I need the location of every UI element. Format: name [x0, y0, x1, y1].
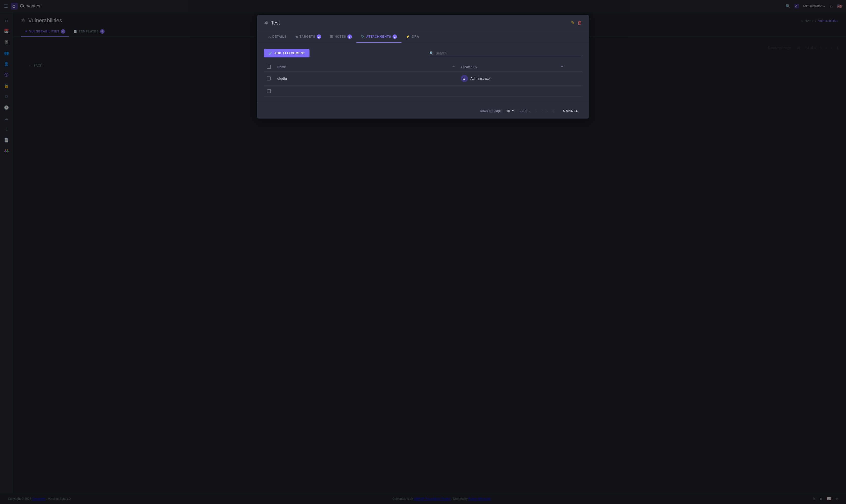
notes-tab-label: NOTES — [334, 35, 346, 38]
attachments-tab-badge: 1 — [393, 34, 397, 39]
details-tab-icon: △ — [269, 35, 271, 38]
row-empty-content — [274, 86, 582, 97]
attachments-tab-label: ATTACHMENTS — [366, 35, 391, 38]
modal-tab-notes[interactable]: ☰ NOTES 1 — [326, 31, 356, 43]
search-icon: 🔍 — [429, 51, 434, 55]
modal-tabs: △ DETAILS ◉ TARGETS 2 ☰ NOTES 1 📎 ATTACH… — [257, 31, 589, 43]
add-attachment-label: ADD ATTACHMENT — [274, 52, 305, 55]
rows-per-page-label: Rows per page: — [480, 109, 502, 113]
created-by-name: Administrator — [470, 76, 491, 80]
row-name: dfgdfg — [274, 72, 449, 86]
modal-title: ⚛ Test — [264, 20, 280, 26]
modal-tab-details[interactable]: △ DETAILS — [264, 31, 291, 43]
delete-vulnerability-button[interactable]: 🗑 — [577, 20, 582, 25]
link-icon: 🔗 — [269, 52, 272, 55]
row-filter-cell — [449, 72, 458, 86]
header-name-filter-icon[interactable]: ⚰ — [449, 62, 458, 72]
header-name: Name — [274, 62, 449, 72]
targets-tab-icon: ◉ — [295, 35, 298, 38]
modal-footer: Rows per page: 10 25 50 1-1 of 1 |‹ ‹ › … — [257, 103, 589, 119]
row-created-by-cell: C Administrator — [458, 72, 558, 86]
next-page-button[interactable]: › — [545, 108, 549, 114]
jira-tab-icon: ⚡ — [406, 35, 410, 38]
table-row: dfgdfg C Administrator — [264, 72, 582, 86]
prev-page-button[interactable]: ‹ — [540, 108, 544, 114]
details-tab-label: DETAILS — [272, 35, 287, 38]
modal-title-text: Test — [271, 20, 280, 26]
attachments-table: Name ⚰ Created By ⚰ dfgdfg — [264, 62, 582, 97]
modal-actions: ✎ 🗑 — [571, 20, 582, 25]
modal-tab-attachments[interactable]: 📎 ATTACHMENTS 1 — [356, 31, 401, 43]
row-empty-checkbox-cell — [264, 86, 274, 97]
modal-header: ⚛ Test ✎ 🗑 — [257, 15, 589, 31]
modal-overlay: ⚛ Test ✎ 🗑 △ DETAILS ◉ TARGETS 2 ☰ NOTES — [0, 0, 846, 504]
targets-tab-badge: 2 — [317, 34, 321, 39]
last-page-button[interactable]: ›| — [550, 108, 555, 114]
search-input[interactable] — [436, 51, 581, 55]
header-checkbox[interactable] — [267, 65, 271, 69]
modal-title-icon: ⚛ — [264, 20, 269, 26]
header-created-by: Created By — [458, 62, 558, 72]
rows-per-page-control: Rows per page: 10 25 50 — [480, 108, 515, 113]
page-info: 1-1 of 1 — [519, 109, 530, 113]
modal-tab-targets[interactable]: ◉ TARGETS 2 — [291, 31, 326, 43]
modal-tab-jira[interactable]: ⚡ JIRA — [401, 31, 424, 43]
attachments-tab-icon: 📎 — [361, 35, 365, 38]
row-checkbox-cell — [264, 72, 274, 86]
row-actions-cell — [558, 72, 582, 86]
search-box: 🔍 — [429, 50, 582, 57]
table-row-empty — [264, 86, 582, 97]
attachments-toolbar: 🔗 ADD ATTACHMENT 🔍 — [264, 49, 582, 57]
add-attachment-button[interactable]: 🔗 ADD ATTACHMENT — [264, 49, 310, 57]
svg-text:C: C — [463, 77, 465, 81]
edit-vulnerability-button[interactable]: ✎ — [571, 20, 575, 25]
avatar: C — [461, 75, 468, 82]
table-header-row: Name ⚰ Created By ⚰ — [264, 62, 582, 72]
notes-tab-icon: ☰ — [330, 35, 333, 38]
notes-tab-badge: 1 — [347, 34, 352, 39]
created-by-content: C Administrator — [461, 75, 555, 82]
vulnerability-detail-modal: ⚛ Test ✎ 🗑 △ DETAILS ◉ TARGETS 2 ☰ NOTES — [257, 15, 589, 119]
pagination-buttons: |‹ ‹ › ›| — [534, 108, 555, 114]
first-page-button[interactable]: |‹ — [534, 108, 539, 114]
row-checkbox[interactable] — [267, 76, 271, 80]
row-empty-checkbox[interactable] — [267, 89, 271, 93]
targets-tab-label: TARGETS — [299, 35, 315, 38]
cancel-button[interactable]: CANCEL — [559, 107, 582, 114]
pagination-area: Rows per page: 10 25 50 1-1 of 1 |‹ ‹ › … — [480, 107, 582, 114]
header-checkbox-cell — [264, 62, 274, 72]
jira-tab-label: JIRA — [411, 35, 419, 38]
header-created-filter-icon[interactable]: ⚰ — [558, 62, 582, 72]
rows-per-page-select[interactable]: 10 25 50 — [504, 108, 515, 113]
modal-body: 🔗 ADD ATTACHMENT 🔍 Name ⚰ — [257, 43, 589, 103]
